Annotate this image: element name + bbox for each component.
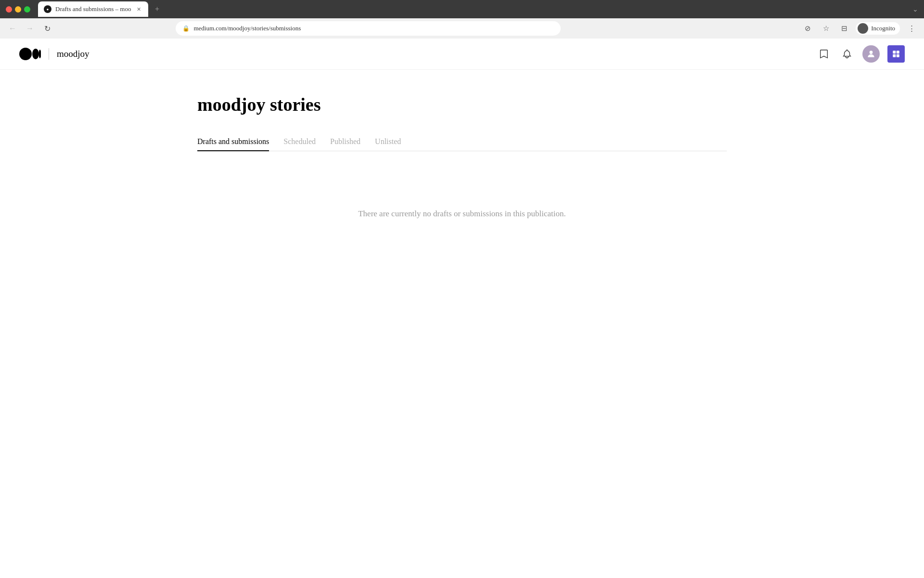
user-avatar[interactable] — [862, 45, 880, 63]
main-content: moodjoy stories Drafts and submissions S… — [178, 70, 746, 276]
new-tab-button[interactable]: + — [150, 2, 164, 16]
cast-icon: ⊘ — [805, 24, 811, 33]
traffic-light-red[interactable] — [6, 6, 12, 13]
incognito-profile-button[interactable]: Incognito — [856, 22, 900, 35]
browser-chrome: ● Drafts and submissions – moo ✕ + ⌄ ← →… — [0, 0, 924, 39]
bookmark-icon — [819, 49, 829, 59]
svg-rect-4 — [893, 51, 896, 53]
more-button[interactable]: ⋮ — [905, 22, 918, 35]
bookmark-button[interactable] — [816, 46, 832, 62]
tab-unlisted[interactable]: Unlisted — [375, 132, 401, 151]
bell-icon — [842, 49, 852, 59]
bookmark-star-button[interactable]: ☆ — [819, 22, 833, 35]
address-text: medium.com/moodjoy/stories/submissions — [193, 25, 301, 32]
nav-divider — [49, 48, 49, 60]
notifications-button[interactable] — [839, 46, 855, 62]
sidebar-icon: ⊟ — [841, 24, 847, 33]
browser-toolbar-right: ⊘ ☆ ⊟ Incognito ⋮ — [801, 22, 918, 35]
traffic-light-yellow[interactable] — [15, 6, 21, 13]
browser-tab-active[interactable]: ● Drafts and submissions – moo ✕ — [38, 1, 148, 17]
page: moodjoy — [0, 39, 924, 578]
star-icon: ☆ — [823, 24, 829, 33]
top-nav: moodjoy — [0, 39, 924, 70]
pub-icon — [892, 50, 900, 58]
tab-close-button[interactable]: ✕ — [135, 5, 142, 13]
publication-name[interactable]: moodjoy — [57, 49, 90, 59]
svg-point-0 — [19, 48, 32, 60]
refresh-button[interactable]: ↻ — [40, 22, 54, 35]
empty-message: There are currently no drafts or submiss… — [358, 209, 566, 219]
svg-point-1 — [32, 49, 39, 59]
sidebar-button[interactable]: ⊟ — [837, 22, 851, 35]
svg-rect-7 — [897, 54, 899, 57]
incognito-avatar — [858, 23, 868, 34]
incognito-label: Incognito — [871, 25, 895, 32]
nav-right — [816, 45, 905, 63]
address-bar[interactable]: 🔒 medium.com/moodjoy/stories/submissions — [176, 21, 561, 36]
tab-drafts-submissions[interactable]: Drafts and submissions — [197, 132, 269, 151]
cast-button[interactable]: ⊘ — [801, 22, 814, 35]
medium-logo-icon — [19, 47, 41, 61]
more-icon: ⋮ — [908, 24, 915, 33]
empty-state: There are currently no drafts or submiss… — [197, 171, 727, 257]
tab-title: Drafts and submissions – moo — [55, 5, 131, 13]
forward-button[interactable]: → — [23, 22, 37, 35]
tab-expand-button[interactable]: ⌄ — [912, 5, 918, 13]
tab-published[interactable]: Published — [330, 132, 360, 151]
svg-rect-5 — [897, 51, 899, 53]
back-button[interactable]: ← — [6, 22, 19, 35]
traffic-lights — [6, 6, 30, 13]
traffic-light-green[interactable] — [24, 6, 30, 13]
publication-avatar[interactable] — [887, 45, 905, 63]
tab-favicon: ● — [44, 5, 51, 13]
medium-logo[interactable] — [19, 47, 41, 61]
svg-point-3 — [870, 51, 873, 54]
address-bar-row: ← → ↻ 🔒 medium.com/moodjoy/stories/submi… — [0, 18, 924, 39]
svg-point-2 — [39, 50, 41, 58]
nav-left: moodjoy — [19, 47, 90, 61]
svg-rect-6 — [893, 54, 896, 57]
avatar-icon — [866, 49, 876, 59]
tab-scheduled[interactable]: Scheduled — [283, 132, 316, 151]
tabs: Drafts and submissions Scheduled Publish… — [197, 132, 727, 151]
page-title: moodjoy stories — [197, 94, 727, 115]
tab-bar: ● Drafts and submissions – moo ✕ + — [38, 1, 909, 17]
lock-icon: 🔒 — [182, 25, 190, 32]
browser-titlebar: ● Drafts and submissions – moo ✕ + ⌄ — [0, 0, 924, 18]
